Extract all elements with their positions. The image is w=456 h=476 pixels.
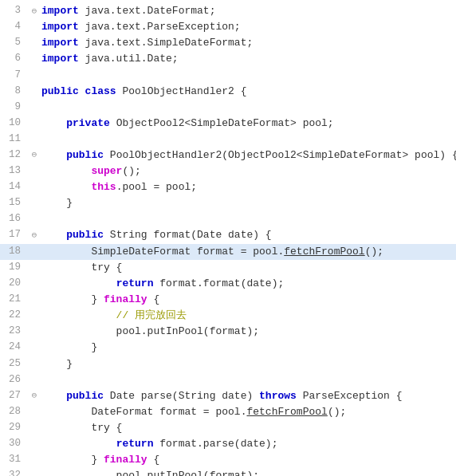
line-number: 22 bbox=[0, 308, 29, 324]
code-line: 19 try { bbox=[0, 260, 456, 276]
code-line: 4import java.text.ParseException; bbox=[0, 19, 456, 35]
code-token: PoolObjectHandler2 { bbox=[122, 85, 246, 97]
code-token: public bbox=[41, 229, 110, 241]
code-line: 9 bbox=[0, 100, 456, 116]
line-number: 21 bbox=[0, 292, 29, 308]
code-token: java.text.ParseException; bbox=[85, 21, 241, 33]
code-token: } bbox=[41, 197, 73, 209]
code-token: this bbox=[91, 181, 116, 193]
fold-icon bbox=[29, 116, 40, 132]
line-content bbox=[40, 211, 456, 227]
fold-icon bbox=[29, 19, 40, 35]
code-token: (); bbox=[365, 246, 383, 258]
code-token: .pool = pool; bbox=[116, 181, 197, 193]
code-token: java.text.SimpleDateFormat; bbox=[85, 37, 254, 49]
code-line: 11 bbox=[0, 132, 456, 148]
fold-icon bbox=[29, 452, 40, 468]
line-content: import java.text.ParseException; bbox=[40, 19, 456, 35]
code-line: 18 SimpleDateFormat format = pool.fetchF… bbox=[0, 244, 456, 260]
line-number: 31 bbox=[0, 452, 29, 468]
code-line: 30 return format.parse(date); bbox=[0, 436, 456, 452]
code-token: try { bbox=[41, 262, 122, 273]
fold-icon bbox=[29, 195, 40, 211]
code-token: // 用完放回去 bbox=[41, 309, 187, 321]
code-token: ParseException { bbox=[303, 390, 403, 402]
code-token: java.text.DateFormat; bbox=[85, 5, 216, 17]
line-content: pool.putInPool(format); bbox=[40, 468, 456, 476]
fold-icon bbox=[29, 324, 40, 340]
fold-icon[interactable]: ⊖ bbox=[29, 148, 40, 163]
line-content: import java.text.SimpleDateFormat; bbox=[40, 35, 456, 51]
fold-icon[interactable]: ⊖ bbox=[29, 227, 40, 243]
code-token: return bbox=[116, 438, 160, 450]
line-number: 3 bbox=[0, 3, 29, 19]
code-line: 21 } finally { bbox=[0, 292, 456, 308]
line-number: 25 bbox=[0, 356, 29, 372]
line-content: } finally { bbox=[40, 452, 456, 468]
code-token bbox=[41, 181, 91, 193]
line-content bbox=[40, 372, 456, 388]
fold-icon[interactable]: ⊖ bbox=[29, 388, 40, 404]
code-token: super bbox=[41, 165, 122, 177]
code-token: } bbox=[41, 454, 104, 466]
code-token: } bbox=[41, 358, 73, 370]
fold-icon bbox=[29, 260, 40, 276]
code-token: class bbox=[85, 85, 123, 97]
code-line: 17⊖ public String format(Date date) { bbox=[0, 227, 456, 243]
line-content: import java.text.DateFormat; bbox=[40, 3, 456, 19]
line-number: 20 bbox=[0, 276, 29, 292]
line-content: public String format(Date date) { bbox=[40, 227, 456, 243]
code-token: return bbox=[116, 277, 160, 289]
code-line: 24 } bbox=[0, 340, 456, 356]
fold-icon bbox=[29, 308, 40, 324]
code-token: finally bbox=[104, 454, 153, 466]
line-content: public PoolObjectHandler2(ObjectPool2<Si… bbox=[40, 148, 456, 163]
line-number: 6 bbox=[0, 51, 29, 67]
code-line: 20 return format.format(date); bbox=[0, 276, 456, 292]
fold-icon bbox=[29, 340, 40, 356]
code-token: (); bbox=[122, 165, 140, 177]
line-content: this.pool = pool; bbox=[40, 179, 456, 195]
line-number: 12 bbox=[0, 148, 29, 163]
fold-icon bbox=[29, 68, 40, 84]
code-token: Date parse(String date) bbox=[110, 390, 259, 402]
line-number: 10 bbox=[0, 116, 29, 132]
code-token: PoolObjectHandler2(ObjectPool2<SimpleDat… bbox=[110, 149, 456, 161]
code-token: SimpleDateFormat format = pool. bbox=[41, 246, 284, 258]
code-token: (); bbox=[328, 406, 346, 418]
code-token: fetchFromPool bbox=[246, 406, 327, 418]
line-number: 29 bbox=[0, 420, 29, 436]
line-number: 23 bbox=[0, 324, 29, 340]
code-token: throws bbox=[259, 390, 303, 402]
code-line: 3⊖import java.text.DateFormat; bbox=[0, 3, 456, 19]
line-content: try { bbox=[40, 260, 456, 276]
line-content: SimpleDateFormat format = pool.fetchFrom… bbox=[40, 244, 456, 260]
code-line: 32 pool.putInPool(format); bbox=[0, 468, 456, 476]
line-number: 11 bbox=[0, 132, 29, 148]
line-number: 13 bbox=[0, 163, 29, 179]
fold-icon bbox=[29, 179, 40, 195]
line-content: import java.util.Date; bbox=[40, 51, 456, 67]
fold-icon[interactable]: ⊖ bbox=[29, 3, 40, 19]
line-content bbox=[40, 68, 456, 84]
line-number: 32 bbox=[0, 468, 29, 476]
line-number: 17 bbox=[0, 227, 29, 243]
code-token: public bbox=[41, 149, 110, 161]
fold-icon bbox=[29, 100, 40, 116]
line-content: return format.format(date); bbox=[40, 276, 456, 292]
code-line: 26 bbox=[0, 372, 456, 388]
fold-icon bbox=[29, 211, 40, 227]
fold-icon bbox=[29, 468, 40, 476]
code-token: { bbox=[153, 293, 159, 305]
code-token: public bbox=[41, 85, 85, 97]
fold-icon bbox=[29, 436, 40, 452]
line-content: private ObjectPool2<SimpleDateFormat> po… bbox=[40, 116, 456, 132]
code-token: DateFormat format = pool. bbox=[41, 406, 246, 418]
code-token: { bbox=[153, 454, 159, 466]
line-number: 15 bbox=[0, 195, 29, 211]
line-content bbox=[40, 100, 456, 116]
code-token: private bbox=[41, 117, 116, 129]
code-token: String format(Date date) { bbox=[110, 229, 272, 241]
line-content: super(); bbox=[40, 163, 456, 179]
fold-icon bbox=[29, 356, 40, 372]
